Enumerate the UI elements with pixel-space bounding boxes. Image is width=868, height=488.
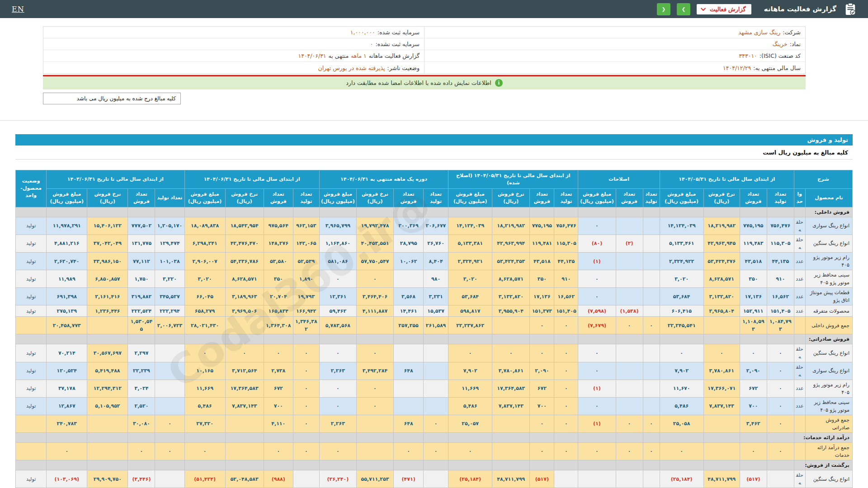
value-cell: ۶,۲۹۸,۲۴۱ xyxy=(184,235,225,252)
product-name-cell: انواع رینگ سواری xyxy=(805,217,852,235)
section-cell xyxy=(492,334,530,344)
section-cell xyxy=(740,334,767,344)
value-cell: ۱۱,۹۸۹ xyxy=(47,270,87,288)
value-cell xyxy=(794,442,805,460)
next-period-button[interactable]: ❯ xyxy=(677,3,690,15)
section-label: فروش داخلی: xyxy=(805,207,852,217)
value-cell: ۲۸,۰۲۱,۴۳۰ xyxy=(184,317,225,334)
value-cell: ۳,۴۶۲ xyxy=(740,415,767,432)
value-cell xyxy=(225,317,264,334)
prev-period-button[interactable]: ❮ xyxy=(657,3,670,15)
value-cell xyxy=(87,415,128,432)
value-cell: ۵۵,۷۱۱,۲۵۳ xyxy=(356,470,393,488)
section-cell xyxy=(703,432,740,442)
value-cell: ۵,۴۸۶ xyxy=(448,397,492,415)
section-cell xyxy=(740,432,767,442)
value-cell: ۴۴,۱۳۵ xyxy=(554,252,578,270)
section-cell xyxy=(643,334,660,344)
value-cell: عدد xyxy=(794,288,805,305)
section-cell xyxy=(319,334,356,344)
section-cell xyxy=(128,207,155,217)
column-header-p1403-06-3: مبلغ فروش (میلیون ریال) xyxy=(47,188,87,207)
value-cell: تولید xyxy=(16,288,47,305)
section-cell xyxy=(740,460,767,470)
value-cell: ۱۱۹,۴۸۳ xyxy=(740,235,767,252)
period-date: ۱۴۰۴/۰۶/۳۱ xyxy=(298,52,326,59)
value-cell: ۷,۹۰۲ xyxy=(660,362,703,380)
value-cell: ۰ xyxy=(767,442,794,460)
value-cell: ۰ xyxy=(578,442,616,460)
value-cell xyxy=(424,380,448,397)
section-cell xyxy=(155,207,184,217)
value-cell: ۵,۱۰۵,۹۵۲ xyxy=(87,397,128,415)
column-group-sharh: شرح xyxy=(794,170,852,189)
value-cell xyxy=(424,397,448,415)
value-cell: ۶۶,۰۴۵ xyxy=(184,288,225,305)
value-cell: ۲۵,۰۵۸ xyxy=(660,415,703,432)
product-name-cell: انواع رینگ سواری xyxy=(805,362,852,380)
value-cell xyxy=(16,415,47,432)
table-row: رام زیر موتور پژو ۴۰۵عدد۴۴,۱۳۵۴۳,۵۱۸۵۳,۴… xyxy=(16,252,853,270)
value-cell: ۸,۴۰۴ xyxy=(424,252,448,270)
million-rial-note: کلیه مبالغ درج شده به میلیون ریال می باش… xyxy=(77,95,176,102)
value-cell: ۱۱,۹۷۸,۲۹۱ xyxy=(47,217,87,235)
value-cell: ۶۷۲ xyxy=(264,380,293,397)
section-cell xyxy=(794,460,805,470)
section-cell xyxy=(767,460,794,470)
value-cell: ۲,۱۶۱,۴۱۶ xyxy=(87,288,128,305)
value-cell xyxy=(643,380,660,397)
value-cell: ۲,۲۶۳ xyxy=(319,415,356,432)
value-cell: ۷۵۶,۴۷۶ xyxy=(554,217,578,235)
report-type-dropdown[interactable]: گزارش فعالیت xyxy=(697,4,751,14)
amounts-unit-text: کلیه مبالغ به میلیون ریال است xyxy=(763,149,848,156)
value-cell xyxy=(643,362,660,380)
section-cell xyxy=(703,460,740,470)
section-cell xyxy=(356,432,393,442)
million-rial-note-box: کلیه مبالغ درج شده به میلیون ریال می باش… xyxy=(43,93,181,104)
value-cell: ۲۰,۴۵۸,۷۷۳ xyxy=(47,317,87,334)
value-cell: تولید xyxy=(16,380,47,397)
value-cell: ۰ xyxy=(660,344,703,362)
sum-row: جمع درآمد ارائه خدمات۰۰۰۰۰۰۰۰۰۰۰۰۰۰۰۰۰۰ xyxy=(16,442,853,460)
value-cell xyxy=(492,415,530,432)
value-cell: ۱۱,۶۷۰ xyxy=(660,380,703,397)
value-cell: ۷,۸۳۷,۱۴۳ xyxy=(703,397,740,415)
section-cell xyxy=(616,334,643,344)
value-cell: ۱۶,۵۶۲ xyxy=(767,288,794,305)
value-cell: ۴۸,۷۱۱,۷۹۹ xyxy=(703,470,740,488)
value-cell: ۰ xyxy=(554,380,578,397)
page-title: گزارش فعالیت ماهانه xyxy=(764,5,836,13)
value-cell: عدد xyxy=(794,380,805,397)
value-cell: ۴۲,۹۶۳,۹۴۵ xyxy=(703,235,740,252)
value-cell: عدد xyxy=(794,270,805,288)
value-cell: ۰ xyxy=(616,317,643,334)
section-cell xyxy=(47,432,87,442)
value-cell xyxy=(643,344,660,362)
value-cell: ۲,۲۹۷ xyxy=(128,344,155,362)
value-cell: ۳۱۹,۸۸۲ xyxy=(128,288,155,305)
value-cell: ۰ xyxy=(293,380,319,397)
value-cell: ۴۳,۵۱۸ xyxy=(530,252,554,270)
value-cell: ۱,۳۴۶,۳۸۲ xyxy=(293,317,319,334)
value-cell: عدد xyxy=(794,305,805,317)
value-cell: ۱,۳۶۴,۳۰۸ xyxy=(264,317,293,334)
value-cell: ۰ xyxy=(578,397,616,415)
value-cell: ۳,۱۳۲,۸۲۰ xyxy=(703,288,740,305)
value-cell: ۰ xyxy=(293,397,319,415)
value-cell: ۱۵۱,۴۰۵ xyxy=(767,305,794,317)
value-cell xyxy=(356,442,393,460)
section-cell xyxy=(319,207,356,217)
product-name-cell: جمع فروش صادراتی xyxy=(805,415,852,432)
value-cell: ۰ xyxy=(554,397,578,415)
value-cell: ۱۰,۰۶۲ xyxy=(394,252,424,270)
value-cell xyxy=(643,235,660,252)
value-cell: ۰ xyxy=(47,442,87,460)
value-cell: ۱,۸۹۰ xyxy=(293,270,319,288)
value-cell: ۲,۹۰۶,۰۰۷ xyxy=(184,252,225,270)
product-name-cell: انواع رینگ سنگین xyxy=(805,235,852,252)
value-cell: ۲۲,۲۳۷,۸۶۲ xyxy=(448,317,492,334)
value-cell: ۱۲۹,۴۷۴ xyxy=(155,235,184,252)
isic-row: کد صنعت (ISIC): ۳۴۳۰۱۰ xyxy=(425,50,805,62)
value-cell: ۹۱۰ xyxy=(554,270,578,288)
language-toggle-link[interactable]: EN xyxy=(12,5,24,14)
